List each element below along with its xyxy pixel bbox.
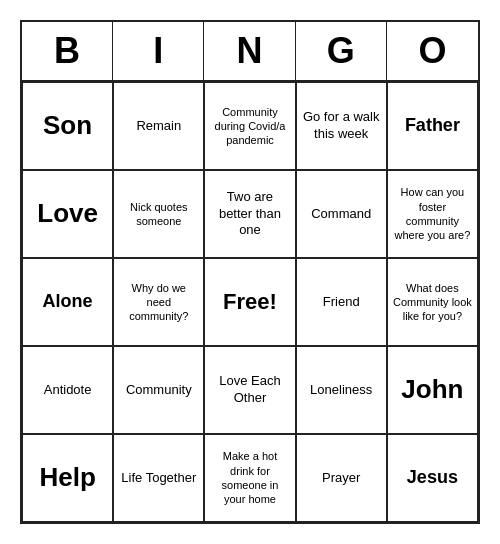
bingo-cell[interactable]: Prayer bbox=[296, 434, 387, 522]
bingo-cell[interactable]: Remain bbox=[113, 82, 204, 170]
header-letter: G bbox=[296, 22, 387, 80]
bingo-cell[interactable]: Father bbox=[387, 82, 478, 170]
bingo-cell[interactable]: Help bbox=[22, 434, 113, 522]
bingo-cell[interactable]: Love Each Other bbox=[204, 346, 295, 434]
bingo-cell[interactable]: What does Community look like for you? bbox=[387, 258, 478, 346]
bingo-card: BINGO SonRemainCommunity during Covid/a … bbox=[20, 20, 480, 524]
bingo-cell[interactable]: Jesus bbox=[387, 434, 478, 522]
bingo-cell[interactable]: Free! bbox=[204, 258, 295, 346]
bingo-cell[interactable]: Love bbox=[22, 170, 113, 258]
header-letter: N bbox=[204, 22, 295, 80]
bingo-cell[interactable]: Antidote bbox=[22, 346, 113, 434]
bingo-cell[interactable]: Make a hot drink for someone in your hom… bbox=[204, 434, 295, 522]
bingo-cell[interactable]: Community bbox=[113, 346, 204, 434]
bingo-cell[interactable]: John bbox=[387, 346, 478, 434]
bingo-header: BINGO bbox=[22, 22, 478, 82]
header-letter: B bbox=[22, 22, 113, 80]
bingo-cell[interactable]: Friend bbox=[296, 258, 387, 346]
bingo-cell[interactable]: Alone bbox=[22, 258, 113, 346]
header-letter: I bbox=[113, 22, 204, 80]
bingo-cell[interactable]: Command bbox=[296, 170, 387, 258]
bingo-cell[interactable]: Why do we need community? bbox=[113, 258, 204, 346]
bingo-cell[interactable]: Life Together bbox=[113, 434, 204, 522]
bingo-cell[interactable]: How can you foster community where you a… bbox=[387, 170, 478, 258]
bingo-cell[interactable]: Son bbox=[22, 82, 113, 170]
header-letter: O bbox=[387, 22, 478, 80]
bingo-grid: SonRemainCommunity during Covid/a pandem… bbox=[22, 82, 478, 522]
bingo-cell[interactable]: Community during Covid/a pandemic bbox=[204, 82, 295, 170]
bingo-cell[interactable]: Go for a walk this week bbox=[296, 82, 387, 170]
bingo-cell[interactable]: Loneliness bbox=[296, 346, 387, 434]
bingo-cell[interactable]: Nick quotes someone bbox=[113, 170, 204, 258]
bingo-cell[interactable]: Two are better than one bbox=[204, 170, 295, 258]
